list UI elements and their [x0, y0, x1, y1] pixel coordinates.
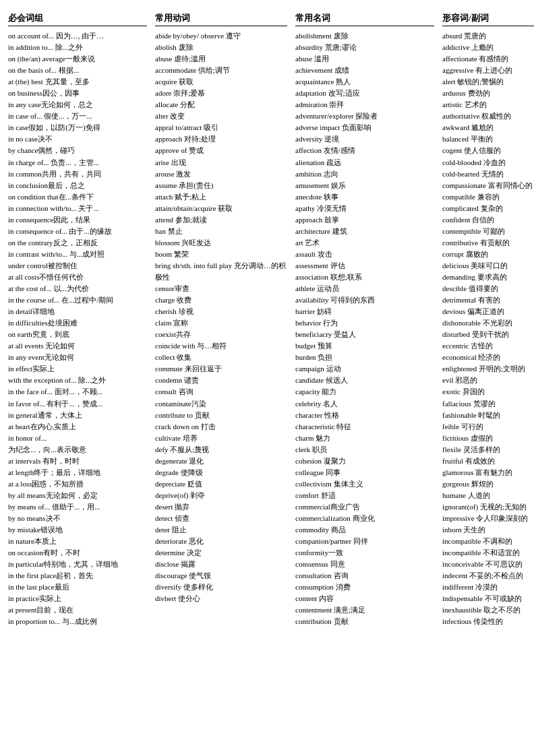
entry-1-17: ban 禁止: [155, 226, 287, 237]
entry-0-23: in the course of... 在...过程中/期间: [8, 294, 147, 306]
entry-2-5: adaptation 改写;适应: [295, 88, 434, 99]
entry-3-45: incompatible 不和适宜的: [442, 547, 534, 559]
entry-2-39: collectivism 集体主义: [295, 478, 434, 490]
entry-1-36: degenerate 退化: [155, 455, 287, 467]
entry-1-46: discourage 使气馁: [155, 570, 287, 581]
entry-3-33: fashionable 时髦的: [442, 410, 534, 421]
entry-3-29: enlightened 开明的;文明的: [442, 363, 534, 375]
entry-1-28: commute 来回往返于: [155, 363, 287, 375]
entry-3-50: inexhaustible 取之不尽的: [442, 604, 534, 616]
entry-0-46: in particular特别地，尤其，详细地: [8, 559, 147, 570]
entry-3-37: fruitful 有成效的: [442, 455, 534, 467]
entry-0-4: at (the) best 充其量，至多: [8, 76, 147, 88]
entry-1-3: accommodate 供给;调节: [155, 65, 287, 76]
entry-3-11: cold-blooded 冷血的: [442, 157, 534, 168]
entry-0-45: on occasion有时，不时: [8, 547, 147, 559]
entry-3-7: authoritative 权威性的: [442, 111, 534, 122]
entry-1-9: approach 对待;处理: [155, 133, 287, 145]
entry-2-30: candidate 候选人: [295, 375, 434, 386]
entry-2-22: athlete 运动员: [295, 283, 434, 294]
entry-2-40: comfort 舒适: [295, 490, 434, 501]
entry-1-27: collect 收集: [155, 352, 287, 363]
entry-3-44: incompatible 不调和的: [442, 536, 534, 547]
entry-3-12: cold-hearted 无情的: [442, 168, 534, 180]
entry-1-21: censor审查: [155, 283, 287, 294]
entry-2-9: adversity 逆境: [295, 133, 434, 145]
entry-2-0: abolishment 废除: [295, 30, 434, 42]
entry-2-21: association 联想;联系: [295, 272, 434, 283]
entry-3-43: inborn 天生的: [442, 524, 534, 536]
entry-1-0: abide by/obey/ observe 遵守: [155, 30, 287, 42]
entry-0-37: at intervals 有时，时时: [8, 455, 147, 467]
entry-2-43: commodity 商品: [295, 524, 434, 536]
entry-2-15: apathy 冷漠无情: [295, 203, 434, 214]
entry-2-28: burden 负担: [295, 352, 434, 363]
entry-2-35: charm 魅力: [295, 433, 434, 444]
entry-3-19: corrupt 腐败的: [442, 249, 534, 260]
entry-2-25: behavior 行为: [295, 317, 434, 329]
entry-0-25: in difficulties处境困难: [8, 317, 147, 329]
entry-0-17: in consequence of... 由于...的缘故: [8, 226, 147, 237]
entry-0-11: in charge of... 负责...，主管...: [8, 157, 147, 168]
entry-1-16: attend 参加;就读: [155, 214, 287, 226]
entry-2-20: assessment 评估: [295, 260, 434, 272]
entry-3-18: contributive 有贡献的: [442, 237, 534, 249]
entry-3-49: indispensable 不可或缺的: [442, 593, 534, 604]
entry-2-17: architecture 建筑: [295, 226, 434, 237]
entry-2-27: budget 预算: [295, 340, 434, 352]
entry-1-18: blossom 兴旺发达: [155, 237, 287, 249]
entry-3-3: aggressive 有上进心的: [442, 65, 534, 76]
entry-0-41: by means of... 借助于...，用...: [8, 501, 147, 513]
entry-3-35: fictitious 虚假的: [442, 433, 534, 444]
entry-3-9: balanced 平衡的: [442, 133, 534, 145]
entry-0-24: in detail详细地: [8, 306, 147, 317]
entry-3-15: complicated 复杂的: [442, 203, 534, 214]
entry-2-19: assault 攻击: [295, 249, 434, 260]
entry-1-48: divbert 使分心: [155, 593, 287, 604]
entry-0-27: at all events 无论如何: [8, 340, 147, 352]
entry-3-0: absurd 荒唐的: [442, 30, 534, 42]
entry-3-5: arduous 费劲的: [442, 88, 534, 99]
entry-0-47: in the first place起初，首先: [8, 570, 147, 581]
entry-1-10: approve of 赞成: [155, 145, 287, 156]
entry-0-9: in no case决不: [8, 133, 147, 145]
entry-0-49: in practice实际上: [8, 593, 147, 604]
entry-1-35: defy 不服从;蔑视: [155, 444, 287, 455]
entry-0-44: in nature本质上: [8, 536, 147, 547]
entry-1-44: determine 决定: [155, 547, 287, 559]
entry-3-17: contemptible 可鄙的: [442, 226, 534, 237]
entry-2-36: clerk 职员: [295, 444, 434, 455]
entry-0-34: at heart在内心,实质上: [8, 421, 147, 433]
entry-0-21: at all costs不惜任何代价: [8, 272, 147, 283]
entry-0-33: in general通常，大体上: [8, 410, 147, 421]
entry-1-24: claim 宣称: [155, 317, 287, 329]
entry-1-14: attach 赋予;粘上: [155, 191, 287, 203]
entry-2-51: contribution 贡献: [295, 616, 434, 627]
entry-0-0: on account of... 因为…, 由于…: [8, 30, 147, 42]
entry-2-33: character 性格: [295, 410, 434, 421]
entry-2-42: commercialization 商业化: [295, 513, 434, 524]
entry-0-10: by chance偶然，碰巧: [8, 145, 147, 156]
entry-1-32: contribute to 贡献: [155, 410, 287, 421]
entry-3-27: eccentric 古怪的: [442, 340, 534, 352]
entry-3-25: dishonorable 不光彩的: [442, 317, 534, 329]
entry-0-31: in the face of... 面对...，不顾...: [8, 386, 147, 398]
entry-1-20: bring sb/sth. into full play 充分调动…的积极性: [155, 260, 287, 283]
entry-3-47: indecent 不妥的;不检点的: [442, 570, 534, 581]
entry-2-50: contentment 满意;满足: [295, 604, 434, 616]
entry-0-20: under control被控制住: [8, 260, 147, 272]
entry-3-38: glamorous 富有魅力的: [442, 467, 534, 478]
entry-2-3: achievement 成绩: [295, 65, 434, 76]
entry-2-10: affection 友情/感情: [295, 145, 434, 156]
entry-0-50: at present目前，现在: [8, 604, 147, 616]
entry-0-42: by no means决不: [8, 513, 147, 524]
entry-2-12: ambition 志向: [295, 168, 434, 180]
entry-1-37: degrade 使降级: [155, 467, 287, 478]
entry-0-13: in conclusion最后，总之: [8, 180, 147, 191]
entry-3-34: feible 可行的: [442, 421, 534, 433]
entry-0-30: with the exception of... 除...之外: [8, 375, 147, 386]
entry-2-18: art 艺术: [295, 237, 434, 249]
entry-1-42: deter 阻止: [155, 524, 287, 536]
entry-3-4: alert 敏锐的;警惕的: [442, 76, 534, 88]
entry-1-39: deprive(of) 剥夺: [155, 490, 287, 501]
